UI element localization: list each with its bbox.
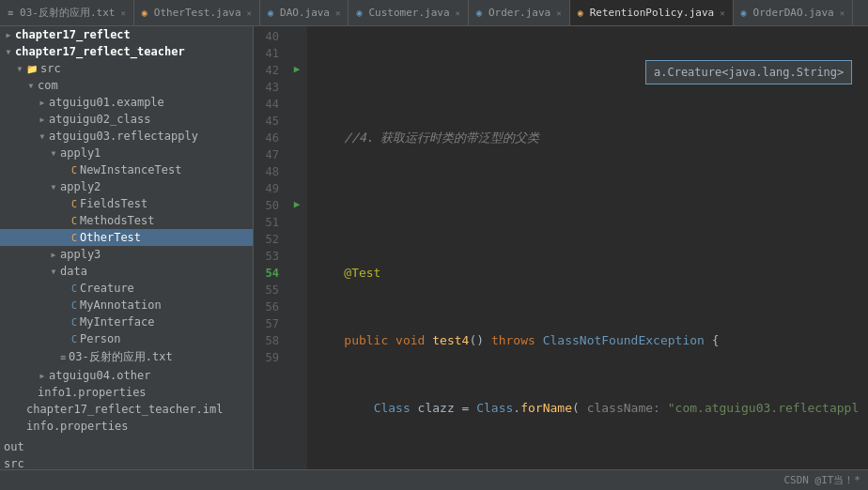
tab-dao-close[interactable]: ✕	[335, 8, 340, 18]
sidebar-item-chapter-iml[interactable]: chapter17_reflect_teacher.iml	[0, 401, 253, 418]
sidebar-item-othertest[interactable]: C OtherTest	[0, 229, 253, 246]
linenum-58: 58	[261, 332, 279, 349]
sidebar-item-apply3[interactable]: ▶ apply3	[0, 246, 253, 263]
sidebar-item-newinstance[interactable]: C NewInstanceTest	[0, 161, 253, 178]
tab-order-close[interactable]: ✕	[556, 8, 561, 18]
linenum-55: 55	[261, 282, 279, 299]
sidebar-item-com[interactable]: ▼ com	[0, 77, 253, 94]
gutter-49	[287, 178, 307, 195]
sidebar-apply1-label: apply1	[60, 146, 101, 160]
tab-bar: ≡ 03-反射的应用.txt ✕ ◉ OtherTest.java ✕ ◉ DA…	[0, 0, 868, 26]
sidebar-item-info1[interactable]: info1.properties	[0, 384, 253, 401]
triangle-icon-ot	[60, 234, 70, 242]
gutter-43	[287, 77, 307, 94]
sidebar-src2-label: src	[4, 457, 24, 469]
class-icon-pe: C	[71, 334, 77, 345]
sidebar-ma-label: MyAnnotation	[80, 299, 162, 312]
sidebar-mi-label: MyInterface	[80, 315, 154, 329]
sidebar-item-myinterface[interactable]: C MyInterface	[0, 314, 253, 330]
sidebar-ot-label: OtherTest	[80, 231, 141, 244]
sidebar: ▶ chapter17_reflect ▼ chapter17_reflect_…	[0, 26, 254, 469]
sidebar-item-out[interactable]: out	[0, 438, 253, 455]
triangle-icon: ▶	[4, 31, 13, 39]
tab-dao[interactable]: ◉ DAO.java ✕	[260, 0, 349, 25]
sidebar-item-eg03[interactable]: ▼ atguigu03.reflectapply	[0, 128, 253, 145]
tab-orderdao-close[interactable]: ✕	[840, 8, 845, 18]
tab-customer-close[interactable]: ✕	[456, 8, 460, 18]
code-area[interactable]: 40 41 42 43 44 45 46 47 48 49 50 51 52 5…	[254, 26, 868, 469]
triangle-icon-data: ▼	[49, 268, 58, 276]
sidebar-apply2-label: apply2	[60, 180, 101, 193]
line-numbers: 40 41 42 43 44 45 46 47 48 49 50 51 52 5…	[254, 26, 287, 469]
gutter-40	[287, 26, 307, 43]
linenum-53: 53	[261, 248, 279, 265]
tab-retentionpolicy-close[interactable]: ✕	[720, 8, 724, 18]
code-content[interactable]: a.Creature<java.lang.String> //4. 获取运行时类…	[307, 26, 868, 469]
sidebar-item-root1[interactable]: ▶ chapter17_reflect	[0, 26, 253, 43]
java-orange-icon: ◉	[142, 8, 147, 18]
bottom-watermark: CSDN @IT当！*	[783, 473, 860, 487]
sidebar-item-methodstest[interactable]: C MethodsTest	[0, 212, 253, 229]
linenum-44: 44	[261, 96, 279, 113]
tab-03txt[interactable]: ≡ 03-反射的应用.txt ✕	[0, 0, 134, 25]
triangle-icon-mi	[60, 318, 70, 327]
triangle-icon-pe	[60, 335, 70, 344]
triangle-icon-info1	[26, 389, 36, 397]
sidebar-eg03-label: atguigu03.reflectapply	[49, 130, 198, 143]
sidebar-item-eg01[interactable]: ▶ atguigu01.example	[0, 94, 253, 111]
sidebar-com-label: com	[38, 79, 58, 92]
sidebar-item-src[interactable]: ▼ 📁 src	[0, 60, 253, 77]
triangle-icon-ft	[60, 200, 70, 208]
linenum-46: 46	[261, 130, 279, 146]
linenum-42: 42	[261, 62, 279, 79]
tab-03txt-close[interactable]: ✕	[120, 8, 125, 18]
linenum-56: 56	[261, 299, 279, 315]
sidebar-item-creature[interactable]: C Creature	[0, 280, 253, 297]
gutter-42[interactable]: ▶	[287, 60, 307, 77]
sidebar-item-person[interactable]: C Person	[0, 330, 253, 347]
linenum-59: 59	[261, 349, 279, 366]
main-area: ▶ chapter17_reflect ▼ chapter17_reflect_…	[0, 26, 868, 469]
sidebar-eg01-label: atguigu01.example	[49, 96, 164, 109]
triangle-icon-cr	[60, 284, 70, 293]
sidebar-item-src2[interactable]: src	[0, 455, 253, 469]
sidebar-item-infoprops[interactable]: info.properties	[0, 418, 253, 435]
linenum-47: 47	[261, 146, 279, 163]
triangle-icon-src: ▼	[15, 65, 24, 73]
sidebar-cr-label: Creature	[80, 282, 134, 295]
sidebar-item-root2[interactable]: ▼ chapter17_reflect_teacher	[0, 43, 253, 60]
tab-order[interactable]: ◉ Order.java ✕	[469, 0, 570, 25]
tab-othertest[interactable]: ◉ OtherTest.java ✕	[134, 0, 260, 25]
gutter-51	[287, 212, 307, 229]
sidebar-root1-label: chapter17_reflect	[15, 28, 131, 41]
tab-dao-label: DAO.java	[280, 7, 330, 19]
sidebar-root2-label: chapter17_reflect_teacher	[15, 45, 185, 58]
sidebar-ft-label: FieldsTest	[80, 197, 147, 210]
sidebar-item-eg02[interactable]: ▶ atguigu02_class	[0, 111, 253, 128]
gutter-50[interactable]: ▶	[287, 195, 307, 212]
sidebar-out-label: out	[4, 440, 24, 453]
sidebar-item-data[interactable]: ▼ data	[0, 263, 253, 280]
gutter-59	[287, 347, 307, 364]
sidebar-info1-label: info1.properties	[38, 386, 147, 399]
sidebar-item-apply2[interactable]: ▼ apply2	[0, 178, 253, 195]
tab-retentionpolicy[interactable]: ◉ RetentionPolicy.java ✕	[570, 0, 734, 25]
tab-orderdao[interactable]: ◉ OrderDAO.java ✕	[734, 0, 854, 25]
sidebar-item-myannotation[interactable]: C MyAnnotation	[0, 297, 253, 314]
tab-order-label: Order.java	[488, 7, 550, 19]
gutter-56	[287, 297, 307, 314]
sidebar-item-fieldstest[interactable]: C FieldsTest	[0, 195, 253, 212]
sidebar-item-apply1[interactable]: ▼ apply1	[0, 145, 253, 161]
sidebar-item-txt03[interactable]: ≡ 03-反射的应用.txt	[0, 347, 253, 367]
tab-03txt-label: 03-反射的应用.txt	[20, 6, 115, 20]
tab-othertest-close[interactable]: ✕	[247, 8, 252, 18]
triangle-icon-eg02: ▶	[38, 115, 47, 124]
code-line-44: Class clazz = Class.forName( className: …	[315, 400, 868, 417]
sidebar-item-eg04[interactable]: ▶ atguigu04.other	[0, 367, 253, 384]
class-icon-ni: C	[71, 165, 77, 176]
linenum-43: 43	[261, 79, 279, 96]
triangle-icon-eg03: ▼	[38, 132, 47, 141]
tab-customer[interactable]: ◉ Customer.java ✕	[349, 0, 469, 25]
gutter-55	[287, 280, 307, 297]
gutter-58	[287, 330, 307, 347]
